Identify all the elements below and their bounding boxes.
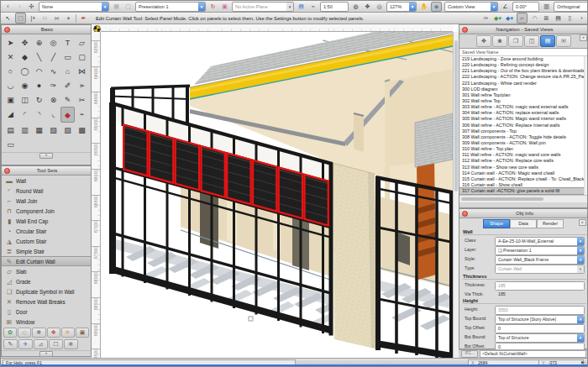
saved-view-row[interactable]: 302 Wall refine Top bbox=[459, 98, 588, 104]
tool-icon[interactable]: ▢ bbox=[75, 50, 89, 64]
tool-icon[interactable]: ▤ bbox=[3, 123, 18, 137]
tool-category-icon[interactable]: ✎ bbox=[3, 339, 18, 349]
tool-icon[interactable]: ◟ bbox=[46, 107, 60, 121]
scale-field[interactable]: 1:50 bbox=[320, 2, 349, 12]
panel-menu-icon[interactable]: ▸ bbox=[579, 219, 586, 226]
projection-dropdown[interactable]: Orthogonal▼ bbox=[554, 2, 588, 12]
forward-icon[interactable]: › bbox=[15, 3, 24, 9]
palette-scroll[interactable]: ▾ bbox=[2, 350, 91, 357]
overflow-arrow-icon[interactable]: › bbox=[577, 15, 586, 21]
compass-icon[interactable]: ✑ bbox=[481, 15, 491, 22]
globe-icon[interactable]: ◍ bbox=[351, 3, 360, 10]
classes-icon[interactable]: ❀ bbox=[492, 35, 507, 47]
tool-icon[interactable]: ➤ bbox=[3, 35, 18, 50]
selection-dropdown[interactable]: None▼ bbox=[39, 2, 109, 12]
insert-frame-icon[interactable]: |+ bbox=[29, 15, 38, 21]
saved-view-row[interactable]: 220 Landscaping - Refining concept desig… bbox=[459, 62, 588, 68]
tool-icon[interactable]: ✂ bbox=[75, 92, 89, 107]
tool-icon[interactable]: ⌂ bbox=[60, 64, 75, 78]
tool-category-icon[interactable]: ✈ bbox=[18, 339, 33, 349]
tool-icon[interactable]: ◉ bbox=[18, 78, 32, 92]
saved-view-column-header[interactable]: Saved View Name bbox=[459, 48, 588, 56]
bot-bound-dropdown[interactable]: Top of Structure▼ bbox=[495, 333, 585, 343]
tool-category-icon[interactable]: ✿ bbox=[3, 328, 17, 338]
tool-icon[interactable]: ⌁ bbox=[75, 107, 89, 121]
tool-icon[interactable]: ✥ bbox=[18, 35, 32, 50]
saved-view-row[interactable]: 219 Landscaping - Zone around building bbox=[459, 56, 588, 62]
tool-icon[interactable]: ○ bbox=[3, 64, 18, 78]
tool-sets-item[interactable]: ⊓ Component Join bbox=[2, 206, 91, 216]
corner-mode-icon[interactable]: ⌐ bbox=[517, 13, 528, 24]
saved-view-row[interactable]: 221 Landscaping - Out of the box plant l… bbox=[459, 68, 588, 74]
tool-icon[interactable]: ↻ bbox=[32, 92, 46, 107]
tab-data[interactable]: Data bbox=[510, 219, 537, 228]
tool-icon[interactable]: ▩ bbox=[75, 123, 89, 137]
layer-dropdown[interactable]: ❏ Presentation 1▼ bbox=[495, 246, 585, 255]
ifc-button[interactable]: IFC... bbox=[461, 350, 478, 358]
tool-category-icon[interactable]: ▣ bbox=[76, 328, 89, 338]
active-plane-dropdown[interactable]: No Active Plane▾ bbox=[232, 2, 294, 12]
obj-info-titlebar[interactable]: Obj Info bbox=[459, 209, 588, 218]
render-style-icon[interactable]: ◆▾ bbox=[505, 15, 514, 22]
brick-pillar[interactable] bbox=[333, 163, 378, 349]
tool-sets-item[interactable]: ▬ Wall bbox=[2, 176, 91, 186]
tool-sets-item[interactable]: ▯ Door bbox=[2, 307, 91, 317]
viewport-scrollbar[interactable] bbox=[453, 32, 459, 358]
sheet-icon[interactable]: ▯ bbox=[565, 15, 575, 22]
layer-dropdown[interactable]: Presentation 1▼ bbox=[135, 2, 206, 12]
selection-tool-icon[interactable]: ✣ bbox=[27, 3, 36, 10]
tool-sets-item[interactable]: ✎ Edit Curtain Wall bbox=[2, 256, 91, 266]
tool-icon[interactable]: ▭ bbox=[3, 137, 18, 151]
surface-icon[interactable]: ◠ bbox=[530, 15, 539, 22]
angle-field[interactable]: 0.00° bbox=[512, 2, 539, 12]
tool-icon[interactable]: ∿ bbox=[46, 64, 60, 78]
back-icon[interactable]: ‹ bbox=[3, 3, 13, 9]
layers-icon[interactable]: ▣ bbox=[220, 3, 229, 10]
top-bound-dropdown[interactable]: Top of Structure [Story Above]▼ bbox=[495, 315, 585, 324]
type-dropdown[interactable]: Curtain Wall▾ bbox=[495, 265, 585, 274]
saved-view-row[interactable]: 222 Landscaping - ACTION: Change texture… bbox=[459, 74, 588, 80]
style-dropdown[interactable]: Curtain Wall_Black Frame▼ bbox=[495, 255, 585, 265]
saved-view-row[interactable]: 304 Wall refine - ACTION: replace extern… bbox=[459, 110, 588, 116]
close-icon[interactable] bbox=[462, 211, 468, 217]
tool-icon[interactable]: ▭ bbox=[60, 50, 75, 64]
tool-sets-item[interactable]: ⌐ Wall Join bbox=[2, 196, 91, 206]
tool-icon[interactable]: ◠ bbox=[32, 64, 46, 78]
tool-icon[interactable]: ✑ bbox=[46, 78, 60, 92]
basic-palette-titlebar[interactable]: Basic bbox=[2, 25, 91, 34]
target-mode-icon[interactable]: ⌖ bbox=[64, 15, 73, 22]
height-field[interactable]: 3550 bbox=[495, 306, 585, 315]
paperclip-icon[interactable]: ⌁ bbox=[308, 3, 318, 10]
zoom-level-dropdown[interactable]: 127%▼ bbox=[386, 2, 417, 12]
stack-icon[interactable]: ▤ bbox=[554, 15, 563, 22]
tool-icon[interactable]: ▱ bbox=[75, 35, 89, 50]
share-icon[interactable]: ✥ bbox=[476, 35, 491, 47]
saved-view-row[interactable]: 316 Curtain wall - Show c/wall bbox=[459, 182, 588, 188]
tool-icon[interactable]: ▣ bbox=[3, 92, 18, 107]
tool-category-icon[interactable]: ✳ bbox=[61, 328, 75, 338]
tool-icon[interactable]: ◯ bbox=[18, 64, 32, 78]
grid-icon[interactable]: ⊞ bbox=[542, 15, 551, 22]
tool-sets-item[interactable]: ✕ Remove Wall Breaks bbox=[2, 296, 91, 307]
tool-icon[interactable]: ╱ bbox=[46, 50, 60, 64]
saved-view-row[interactable]: 313 Wall refine - Show new core walls bbox=[459, 165, 588, 170]
ifc-entity-field[interactable]: <Default IfcCurtainWall> bbox=[480, 350, 586, 358]
box-icon[interactable]: ▢ bbox=[123, 3, 133, 10]
model-3d-view[interactable] bbox=[101, 32, 453, 358]
tool-sets-item[interactable]: ◮ Custom Stair bbox=[2, 236, 91, 246]
tool-icon[interactable]: T bbox=[60, 35, 75, 50]
save-view-icon[interactable]: ▤ bbox=[297, 3, 306, 10]
frame-grid-icon[interactable]: ∺ bbox=[52, 15, 61, 22]
saved-views-icon[interactable]: ▤ bbox=[540, 35, 555, 47]
saved-view-row[interactable]: 315 Curtain wall - ACTION: Replace c/wal… bbox=[459, 176, 588, 182]
tool-sets-item[interactable]: ◜ Round Wall bbox=[2, 186, 91, 196]
walkthrough-icon[interactable]: ✥ bbox=[363, 3, 372, 10]
view-dropdown[interactable]: Custom View▼ bbox=[444, 2, 498, 12]
tool-sets-item[interactable]: ⊞ Window bbox=[2, 317, 91, 327]
working-plane-icon[interactable]: ◈ bbox=[431, 2, 442, 12]
pages-icon[interactable]: ▥ bbox=[542, 3, 551, 10]
tool-sets-item[interactable]: ❏ Duplicate Symbol in Wall bbox=[2, 286, 91, 296]
panel-grid-icon[interactable]: ∷ bbox=[40, 15, 50, 22]
saved-view-row[interactable]: 311 Wall refine - ACTION: magic wand cor… bbox=[459, 152, 588, 158]
tool-icon[interactable]: ⋈ bbox=[75, 64, 89, 78]
